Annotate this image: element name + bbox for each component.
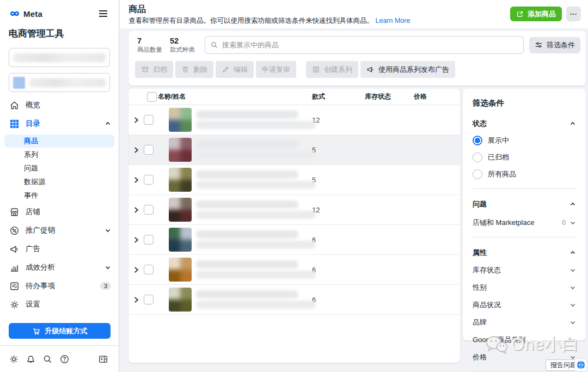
sidebar-subitem-label: 系列 [24,150,38,160]
filters-panel: 筛选条件 状态 展示中 已归档 所有商品 问题 店铺和 Marketplace … [463,89,586,340]
product-search-input[interactable] [222,41,518,49]
sidebar-item-settings[interactable]: 设置 [0,297,119,312]
row-checkbox[interactable] [144,145,154,155]
sidebar-item-ads[interactable]: 广告 [0,241,119,257]
attribute-availability[interactable]: 库存状态 [473,265,576,275]
table-row[interactable]: 6 [128,225,460,255]
expand-row-icon[interactable] [128,236,144,243]
help-icon[interactable] [56,351,72,367]
trash-icon [181,65,189,74]
more-options-button[interactable]: ... [566,7,581,21]
archive-button[interactable]: 归档 [135,61,173,78]
search-icon [210,41,218,49]
row-checkbox[interactable] [144,265,154,275]
learn-more-link[interactable]: Learn More [375,17,410,25]
radio-selected[interactable] [473,136,482,145]
row-checkbox[interactable] [144,295,154,304]
status-section-header[interactable]: 状态 [473,119,576,129]
table-row[interactable]: 5 [128,135,460,165]
search-icon[interactable] [39,351,56,367]
sidebar-item-label: 成效分析 [26,263,99,272]
radio-unselected[interactable] [473,153,482,162]
attribute-gender[interactable]: 性别 [473,283,576,292]
sidebar-item-shops[interactable]: 店铺 [0,204,119,219]
radio-unselected[interactable] [473,169,482,179]
collapse-sidebar-icon[interactable] [95,351,111,367]
hamburger-menu-icon[interactable] [95,5,111,22]
product-name-cell [163,228,312,252]
expand-row-icon[interactable] [128,206,144,214]
sidebar-item-overview[interactable]: 概览 [0,97,119,113]
expand-row-icon[interactable] [128,296,144,303]
products-summary-card: 7 商品数量 52 款式种类 筛选条件 归档 删除 编辑 申请复审 [128,31,586,86]
create-set-label: 创建系列 [324,65,352,75]
row-checkbox[interactable] [144,115,154,125]
row-checkbox[interactable] [144,175,154,185]
blurred-product-name [196,200,316,219]
attribute-google-category[interactable]: Google 商品类别 [473,335,576,345]
product-thumbnail [169,258,192,282]
upgrade-checkout-button[interactable]: 升级结账方式 [9,323,111,339]
product-thumbnail [169,108,192,132]
attribute-label: 库存状态 [473,265,501,275]
sidebar-item-catalog[interactable]: 目录 [0,116,119,131]
delete-button[interactable]: 删除 [175,61,213,78]
variant-count-cell: 12 [312,206,365,214]
sidebar-subitem-label: 问题 [24,163,38,173]
storefront-icon [9,207,20,217]
sidebar-item-todo[interactable]: 待办事项 3 [0,278,119,294]
sidebar-subitem-issues[interactable]: 问题 [4,162,114,175]
request-review-label: 申请复审 [262,65,290,75]
expand-row-icon[interactable] [128,266,144,273]
issues-section-header[interactable]: 问题 [473,199,576,209]
sidebar-subitem-events[interactable]: 事件 [4,189,114,202]
language-globe-button[interactable] [574,358,587,371]
table-row[interactable]: 6 [128,255,460,285]
select-all-checkbox[interactable] [147,92,157,102]
task-list-icon [9,281,20,291]
notifications-bell-icon[interactable] [22,351,39,367]
attribute-condition[interactable]: 商品状况 [473,300,576,310]
request-review-button[interactable]: 申请复审 [256,61,296,78]
expand-row-icon[interactable] [128,176,144,184]
status-option-live[interactable]: 展示中 [473,136,576,145]
edit-button[interactable]: 编辑 [216,61,254,78]
business-selector[interactable] [9,48,110,67]
sidebar-item-insights[interactable]: 成效分析 [0,260,119,275]
attributes-section-header[interactable]: 属性 [473,248,576,258]
attribute-brand[interactable]: 品牌 [473,318,576,327]
table-row[interactable]: 5 [128,165,460,195]
sidebar-subitem-label: 商品 [24,136,38,146]
sidebar-item-label: 推广促销 [26,225,99,235]
column-name: 名称/姓名 [158,92,312,101]
variant-count-cell: 6 [312,296,365,304]
filter-toggle-button[interactable]: 筛选条件 [529,37,580,53]
table-row[interactable]: 12 [128,105,460,135]
row-checkbox[interactable] [144,205,154,215]
issues-shops-marketplace-filter[interactable]: 店铺和 Marketplace 0 [473,218,576,228]
variant-count-label: 款式种类 [170,46,195,53]
create-set-button[interactable]: 创建系列 [306,61,358,78]
column-variants: 款式 [312,92,365,101]
bar-chart-icon [9,263,20,273]
sidebar-subitem-data-sources[interactable]: 数据源 [4,175,114,188]
status-option-all[interactable]: 所有商品 [473,169,576,179]
status-option-archived[interactable]: 已归档 [473,153,576,162]
sliders-icon [535,41,543,49]
sidebar-item-promotions[interactable]: 推广促销 [0,223,119,238]
expand-row-icon[interactable] [128,147,144,154]
settings-gear-icon[interactable] [5,351,22,367]
sidebar-subitem-products[interactable]: 商品 [4,135,114,148]
table-row[interactable]: 6 [128,285,460,315]
table-row[interactable]: 12 [128,195,460,225]
create-set-icon [312,65,320,74]
row-checkbox[interactable] [144,235,154,245]
variant-count-cell: 5 [312,146,365,154]
meta-infinity-icon [9,8,21,20]
product-name-cell [163,198,312,222]
catalog-selector[interactable] [9,73,110,92]
sidebar-subitem-sets[interactable]: 系列 [4,148,114,161]
add-product-button[interactable]: 添加商品 [510,7,562,21]
expand-row-icon[interactable] [128,117,144,124]
advertise-set-button[interactable]: 使用商品系列发布广告 [360,61,455,78]
